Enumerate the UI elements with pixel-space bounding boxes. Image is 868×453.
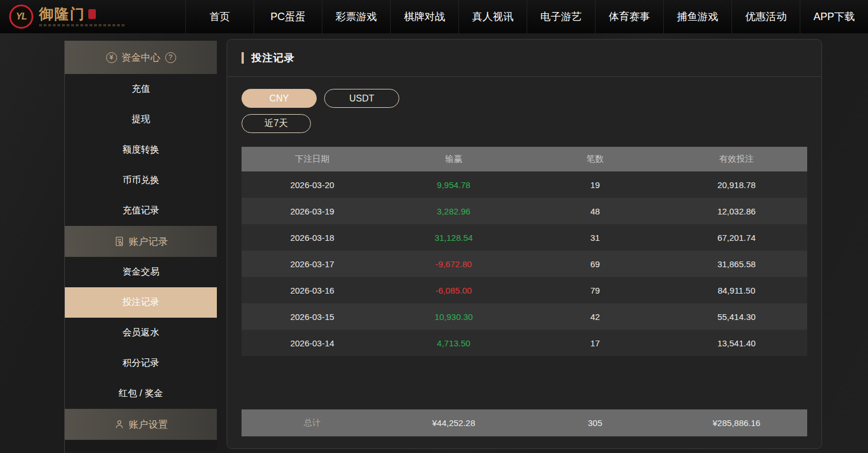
page-title: 投注记录 (251, 51, 295, 65)
title-accent-bar (242, 52, 244, 64)
nav-item-boardgames[interactable]: 棋牌对战 (390, 0, 458, 33)
currency-tab-cny[interactable]: CNY (242, 89, 317, 108)
valid-bet: 55,414.30 (666, 312, 808, 322)
sidebar: ¥ 资金中心 ? 充值 提现 额度转换 币币兑换 充值记录 账户记录 资金交易 … (64, 41, 217, 453)
sidebar-item-member-rebate[interactable]: 会员返水 (65, 318, 217, 348)
nav-item-lottery[interactable]: 彩票游戏 (322, 0, 390, 33)
column-valid-bet: 有效投注 (666, 154, 808, 165)
sidebar-section-funds-center: ¥ 资金中心 ? (65, 41, 217, 74)
betting-records-table: 下注日期 输赢 笔数 有效投注 2026-03-20 9,954.78 19 2… (242, 147, 807, 436)
valid-bet: 12,032.86 (666, 206, 808, 216)
bet-count: 31 (524, 233, 666, 243)
nav-item-slots[interactable]: 电子游艺 (527, 0, 595, 33)
sidebar-section-title: 账户记录 (129, 235, 168, 248)
sidebar-item-withdraw[interactable]: 提现 (65, 104, 217, 135)
column-bet-date: 下注日期 (242, 154, 383, 165)
column-count: 笔数 (524, 154, 666, 165)
valid-bet: 31,865.58 (666, 259, 808, 269)
brand-name: 御隆门 (39, 7, 85, 21)
table-row: 2026-03-19 3,282.96 48 12,032.86 (242, 198, 807, 224)
bet-count: 69 (524, 259, 666, 269)
bet-date: 2026-03-20 (242, 180, 383, 190)
bet-count: 79 (524, 286, 666, 295)
sidebar-section-account-settings: 账户设置 (65, 409, 217, 440)
win-loss-value: 10,930.30 (383, 312, 525, 322)
win-loss-value: 4,713.50 (383, 338, 525, 348)
win-loss-value: 31,128.54 (383, 233, 525, 243)
sidebar-item-quota-transfer[interactable]: 额度转换 (65, 135, 217, 165)
sidebar-item-points-records[interactable]: 积分记录 (65, 348, 217, 378)
sidebar-section-title: 资金中心 (122, 51, 161, 64)
currency-tab-usdt[interactable]: USDT (324, 89, 399, 108)
bet-count: 19 (524, 180, 666, 190)
sidebar-section-account-records: 账户记录 (65, 226, 217, 257)
nav-item-livecasino[interactable]: 真人视讯 (458, 0, 527, 33)
table-header: 下注日期 输赢 笔数 有效投注 (242, 147, 807, 171)
total-count: 305 (524, 418, 666, 428)
bet-count: 42 (524, 312, 666, 322)
nav-item-app-download[interactable]: APP下载 (800, 0, 868, 33)
valid-bet: 67,201.74 (666, 233, 808, 243)
table-row: 2026-03-17 -9,672.80 69 31,865.58 (242, 251, 807, 277)
table-row: 2026-03-18 31,128.54 31 67,201.74 (242, 224, 807, 251)
win-loss-value: -6,085.00 (383, 286, 525, 295)
brand-seal-icon (88, 9, 96, 19)
table-row: 2026-03-15 10,930.30 42 55,414.30 (242, 303, 807, 330)
sidebar-item-fund-transactions[interactable]: 资金交易 (65, 257, 217, 287)
bet-date: 2026-03-14 (242, 338, 383, 348)
betting-records-panel: 投注记录 CNY USDT 近7天 下注日期 输赢 笔数 有效投注 2026-0… (227, 39, 822, 449)
table-row: 2026-03-20 9,954.78 19 20,918.78 (242, 171, 807, 198)
date-range-button[interactable]: 近7天 (242, 114, 311, 133)
bet-date: 2026-03-18 (242, 233, 383, 243)
table-row: 2026-03-16 -6,085.00 79 84,911.50 (242, 277, 807, 303)
total-valid-bet: ¥285,886.16 (666, 418, 808, 428)
nav-item-sports[interactable]: 体育赛事 (595, 0, 663, 33)
nav-item-fishing[interactable]: 捕鱼游戏 (663, 0, 731, 33)
nav-item-pcdandan[interactable]: PC蛋蛋 (254, 0, 322, 33)
sidebar-item-redpacket-bonus[interactable]: 红包 / 奖金 (65, 378, 217, 409)
sidebar-item-deposit-records[interactable]: 充值记录 (65, 196, 217, 226)
receipt-icon (114, 236, 124, 247)
help-circle-icon[interactable]: ? (165, 52, 176, 63)
sidebar-section-title: 账户设置 (129, 418, 168, 431)
yen-circle-icon: ¥ (106, 52, 117, 63)
brand-logo-icon: YL (9, 5, 33, 29)
nav-item-promotions[interactable]: 优惠活动 (731, 0, 800, 33)
win-loss-value: 3,282.96 (383, 206, 525, 216)
bet-date: 2026-03-17 (242, 259, 383, 269)
bet-date: 2026-03-16 (242, 286, 383, 295)
win-loss-value: 9,954.78 (383, 180, 525, 190)
sidebar-item-deposit[interactable]: 充值 (65, 74, 217, 104)
sidebar-item-coin-exchange[interactable]: 币币兑换 (65, 165, 217, 196)
panel-header: 投注记录 (227, 40, 822, 77)
win-loss-value: -9,672.80 (383, 259, 525, 269)
nav-item-home[interactable]: 首页 (185, 0, 254, 33)
total-win-loss: ¥44,252.28 (383, 418, 525, 428)
top-navigation: YL 御隆门 首页 PC蛋蛋 彩票游戏 棋牌对战 真人视讯 电子游艺 体育赛事 … (0, 0, 868, 33)
bet-count: 17 (524, 338, 666, 348)
valid-bet: 20,918.78 (666, 180, 808, 190)
bet-date: 2026-03-19 (242, 206, 383, 216)
bet-count: 48 (524, 206, 666, 216)
nav-menu: 首页 PC蛋蛋 彩票游戏 棋牌对战 真人视讯 电子游艺 体育赛事 捕鱼游戏 优惠… (185, 0, 868, 33)
table-row: 2026-03-14 4,713.50 17 13,541.40 (242, 330, 807, 356)
valid-bet: 84,911.50 (666, 286, 808, 295)
brand-logo[interactable]: YL 御隆门 (0, 0, 185, 33)
sidebar-item-betting-records[interactable]: 投注记录 (65, 287, 217, 318)
filters: CNY USDT 近7天 (227, 77, 822, 133)
bet-date: 2026-03-15 (242, 312, 383, 322)
table-total-row: 总计 ¥44,252.28 305 ¥285,886.16 (242, 409, 807, 436)
valid-bet: 13,541.40 (666, 338, 808, 348)
user-icon (114, 419, 124, 429)
sidebar-item-partial (65, 440, 217, 451)
brand-tagline (39, 24, 125, 26)
total-label: 总计 (242, 417, 383, 428)
column-win-loss: 输赢 (383, 154, 525, 165)
